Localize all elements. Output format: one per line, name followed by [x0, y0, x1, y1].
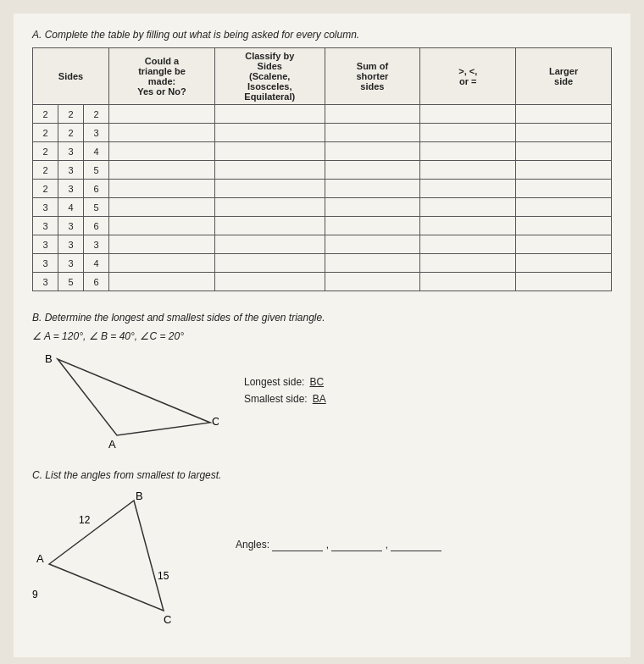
side-cell: 3: [84, 235, 109, 254]
classify-cell[interactable]: [214, 124, 325, 142]
angles-blank-3[interactable]: [391, 539, 441, 551]
could-cell[interactable]: [109, 235, 215, 254]
larger-cell[interactable]: [516, 273, 612, 291]
table-row: 235: [33, 161, 612, 180]
side-cell: 5: [58, 273, 84, 291]
side-AB-label: 12: [79, 514, 91, 526]
compare-cell[interactable]: [420, 198, 516, 217]
classify-cell[interactable]: [214, 254, 325, 273]
sum-cell[interactable]: [325, 161, 420, 180]
compare-cell[interactable]: [420, 217, 516, 235]
c-vertex-B: B: [136, 490, 143, 502]
sum-cell[interactable]: [325, 180, 420, 198]
side-cell: 6: [84, 273, 109, 291]
comma-2: ,: [386, 539, 388, 551]
sum-cell[interactable]: [325, 254, 420, 273]
angles-blank-2[interactable]: [331, 539, 382, 551]
classify-cell[interactable]: [214, 161, 325, 180]
could-cell[interactable]: [109, 254, 215, 273]
sum-cell[interactable]: [325, 124, 420, 142]
sum-cell[interactable]: [325, 273, 420, 291]
side-cell: 2: [84, 105, 109, 124]
side-cell: 5: [84, 198, 109, 217]
longest-value: BC: [309, 376, 324, 388]
c-vertex-A: A: [36, 552, 44, 565]
longest-smallest-block: Longest side: BC Smallest side: BA: [244, 351, 326, 405]
main-table: Sides Could atriangle bemade:Yes or No? …: [32, 47, 612, 291]
side-cell: 3: [58, 180, 84, 198]
classify-cell[interactable]: [214, 142, 325, 161]
larger-cell[interactable]: [516, 124, 612, 142]
could-cell[interactable]: [109, 217, 215, 235]
classify-cell[interactable]: [214, 235, 325, 254]
angles-answer-block: Angles: , ,: [236, 488, 441, 551]
section-a: A. Complete the table by filling out wha…: [32, 29, 612, 291]
sum-cell[interactable]: [325, 105, 420, 124]
sum-cell[interactable]: [325, 198, 420, 217]
side-cell: 3: [84, 124, 109, 142]
could-cell[interactable]: [109, 180, 215, 198]
side-AC-label: 9: [32, 589, 38, 600]
sum-cell[interactable]: [325, 217, 420, 235]
could-cell[interactable]: [109, 161, 215, 180]
side-cell: 3: [58, 235, 84, 254]
larger-cell[interactable]: [516, 217, 612, 235]
could-cell[interactable]: [109, 124, 215, 142]
header-sum: Sum ofshortersides: [325, 48, 420, 105]
side-cell: 2: [58, 105, 84, 124]
compare-cell[interactable]: [420, 235, 516, 254]
table-row: 222: [33, 105, 612, 124]
compare-cell[interactable]: [420, 124, 516, 142]
side-cell: 3: [33, 254, 58, 273]
section-c-title: C. List the angles from smallest to larg…: [32, 469, 612, 481]
vertex-C-label: C: [212, 415, 219, 428]
could-cell[interactable]: [109, 273, 215, 291]
larger-cell[interactable]: [516, 198, 612, 217]
compare-cell[interactable]: [420, 273, 516, 291]
compare-cell[interactable]: [420, 142, 516, 161]
classify-cell[interactable]: [214, 198, 325, 217]
vertex-B-label: B: [45, 352, 53, 365]
larger-cell[interactable]: [516, 180, 612, 198]
header-classify: Classify bySides(Scalene,Isosceles,Equil…: [214, 48, 325, 105]
triangle-c-area: A B C 12 9 15 Angles: , ,: [32, 488, 612, 623]
header-compare: >, <,or =: [420, 48, 516, 105]
could-cell[interactable]: [109, 198, 215, 217]
larger-cell[interactable]: [516, 235, 612, 254]
larger-cell[interactable]: [516, 254, 612, 273]
side-cell: 3: [33, 217, 58, 235]
classify-cell[interactable]: [214, 105, 325, 124]
angles-blank-1[interactable]: [272, 539, 323, 551]
svg-marker-0: [58, 359, 210, 435]
triangle-c-svg: A B C 12 9 15: [32, 488, 202, 623]
side-cell: 4: [84, 142, 109, 161]
larger-cell[interactable]: [516, 161, 612, 180]
classify-cell[interactable]: [214, 180, 325, 198]
table-row: 345: [33, 198, 612, 217]
larger-cell[interactable]: [516, 142, 612, 161]
side-cell: 6: [84, 180, 109, 198]
vertex-A-label: A: [108, 438, 116, 451]
could-cell[interactable]: [109, 105, 215, 124]
compare-cell[interactable]: [420, 254, 516, 273]
header-sides: Sides: [33, 48, 109, 105]
could-cell[interactable]: [109, 142, 215, 161]
side-cell: 2: [33, 124, 58, 142]
classify-cell[interactable]: [214, 217, 325, 235]
compare-cell[interactable]: [420, 105, 516, 124]
side-cell: 4: [58, 198, 84, 217]
page: A. Complete the table by filling out wha…: [14, 14, 630, 657]
sum-cell[interactable]: [325, 142, 420, 161]
classify-cell[interactable]: [214, 273, 325, 291]
side-cell: 2: [33, 142, 58, 161]
side-cell: 3: [33, 198, 58, 217]
section-b-title: B. Determine the longest and smallest si…: [32, 312, 612, 324]
compare-cell[interactable]: [420, 180, 516, 198]
smallest-value: BA: [313, 393, 326, 405]
larger-cell[interactable]: [516, 105, 612, 124]
section-b-angles: ∠ A = 120°, ∠ B = 40°, ∠C = 20°: [32, 330, 612, 342]
triangle-b-area: B A C Longest side: BC Smallest side: BA: [32, 351, 612, 452]
sum-cell[interactable]: [325, 235, 420, 254]
compare-cell[interactable]: [420, 161, 516, 180]
c-vertex-C: C: [164, 613, 171, 623]
